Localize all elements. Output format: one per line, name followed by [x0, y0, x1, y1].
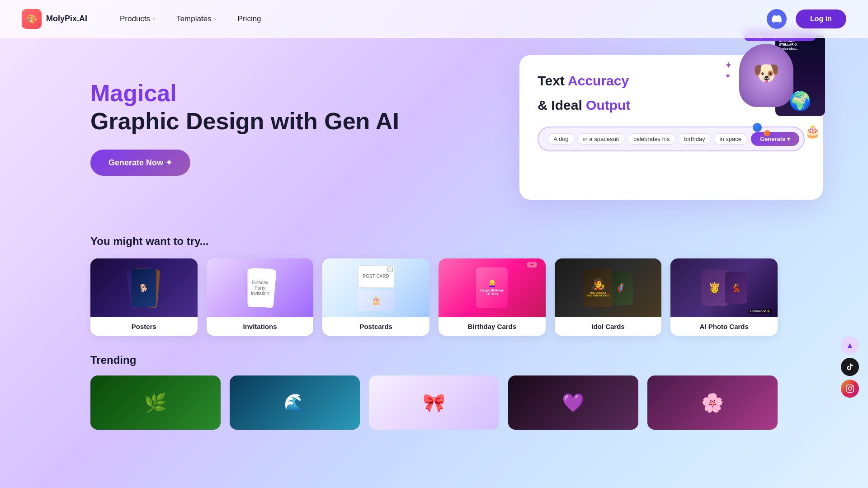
chevron-icon: ›: [153, 16, 155, 22]
nav-pricing[interactable]: Pricing: [227, 11, 272, 27]
hero-right: ✦✦ Text Accuracy & Ideal Output A dog in…: [519, 55, 823, 200]
try-card-ai-photo[interactable]: 👸 💃 Hollywood✨ AI Photo Cards: [670, 258, 778, 336]
prompt-tag-1: A dog: [547, 133, 574, 145]
try-card-label-birthday: Birthday Cards: [439, 317, 546, 336]
trending-cards-container: 🌿 🌊 🎀 💜 🌸: [90, 375, 778, 430]
trending-card-3[interactable]: 🎀: [369, 375, 499, 430]
trending-card-1[interactable]: 🌿: [90, 375, 221, 430]
try-card-birthday[interactable]: 👱‍♀️ Happy BirthdayTO YOU 🎀 Birthday Car…: [439, 258, 546, 336]
try-section-title: You might want to try...: [90, 235, 778, 248]
try-card-label-posters: Posters: [90, 317, 198, 336]
hero-illustration: 🌍 ASTRONOSTELLAR OA nice sho... 🐶 🎂: [741, 33, 832, 141]
stars-decoration: ✦✦: [725, 60, 732, 81]
try-card-idol[interactable]: 🧑‍🎤 THE LONELYAND GREAT GOD 🦸 Idol Cards: [555, 258, 662, 336]
discord-button[interactable]: [767, 9, 787, 29]
nav-right: Log in: [767, 9, 846, 29]
try-card-posters[interactable]: 🐕 Posters: [90, 258, 198, 336]
try-card-img-ai-photo: 👸 💃 Hollywood✨: [670, 258, 778, 317]
try-cards-container: 🐕 Posters 🎉 🐾 BirthdayPartyInvitation In…: [90, 258, 778, 336]
trending-title: Trending: [90, 354, 778, 366]
trending-card-4[interactable]: 💜: [508, 375, 638, 430]
hero-left: Magical Graphic Design with Gen AI Gener…: [90, 79, 519, 176]
hero-title-rest: Graphic Design with Gen AI: [90, 108, 399, 134]
nav-templates[interactable]: Templates ›: [165, 11, 226, 27]
prompt-tag-3: celebrates his: [627, 133, 675, 145]
try-card-img-posters: 🐕: [90, 258, 198, 317]
try-card-img-invitations: 🎉 🐾 BirthdayPartyInvitation: [207, 258, 314, 317]
nav-links: Products › Templates › Pricing: [109, 11, 767, 27]
try-card-img-birthday: 👱‍♀️ Happy BirthdayTO YOU 🎀: [439, 258, 546, 317]
login-button[interactable]: Log in: [796, 9, 846, 28]
instagram-button[interactable]: [841, 380, 859, 398]
prompt-tags: A dog in a spacesuit celebrates his birt…: [547, 133, 747, 145]
trending-card-2[interactable]: 🌊: [230, 375, 360, 430]
logo[interactable]: 🎨 MolyPix.AI: [22, 9, 87, 29]
try-section: You might want to try... 🐕 Posters 🎉 🐾 B…: [0, 217, 868, 345]
scroll-up-button[interactable]: ▲: [841, 336, 859, 354]
try-card-label-idol: Idol Cards: [555, 317, 662, 336]
side-social: ▲: [841, 336, 859, 398]
logo-icon: 🎨: [22, 9, 42, 29]
nav-products[interactable]: Products ›: [109, 11, 165, 27]
try-card-postcards[interactable]: POST CARD 🎂 Postcards: [322, 258, 429, 336]
try-card-invitations[interactable]: 🎉 🐾 BirthdayPartyInvitation Invitations: [207, 258, 314, 336]
trending-card-5[interactable]: 🌸: [647, 375, 778, 430]
trending-section: Trending 🌿 🌊 🎀 💜 🌸: [0, 345, 868, 430]
chevron-icon: ›: [214, 16, 216, 22]
hero-title-magical: Magical: [90, 80, 177, 106]
prompt-tag-4: birthday: [678, 133, 711, 145]
try-card-label-invitations: Invitations: [207, 317, 314, 336]
prompt-tag-2: in a spacesuit: [577, 133, 625, 145]
tiktok-button[interactable]: [841, 358, 859, 376]
hero-title: Magical Graphic Design with Gen AI: [90, 79, 519, 136]
brand-name: MolyPix.AI: [46, 14, 87, 23]
try-card-label-postcards: Postcards: [322, 317, 429, 336]
navbar: 🎨 MolyPix.AI Products › Templates › Pric…: [0, 0, 868, 38]
generate-now-button[interactable]: Generate Now ✦: [90, 150, 190, 176]
try-card-img-idol: 🧑‍🎤 THE LONELYAND GREAT GOD 🦸: [555, 258, 662, 317]
try-card-img-postcards: POST CARD 🎂: [322, 258, 429, 317]
hero-card: ✦✦ Text Accuracy & Ideal Output A dog in…: [519, 55, 823, 200]
try-card-label-ai-photo: AI Photo Cards: [670, 317, 778, 336]
